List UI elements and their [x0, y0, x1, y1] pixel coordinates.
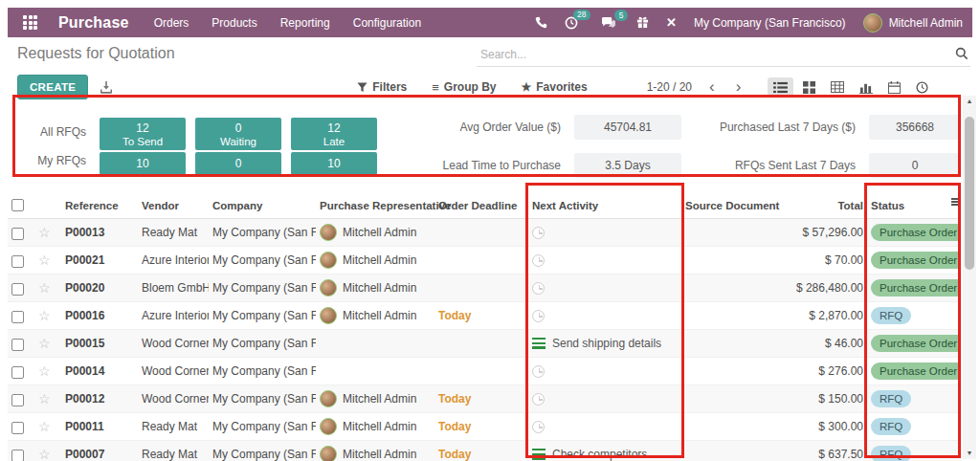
header-representative[interactable]: Purchase Representative — [316, 192, 434, 219]
row-checkbox[interactable] — [11, 366, 24, 379]
list-view-icon[interactable] — [768, 77, 793, 98]
scrollbar-thumb[interactable] — [965, 117, 974, 270]
optional-columns-icon[interactable] — [951, 198, 959, 206]
header-company[interactable]: Company — [209, 192, 316, 219]
search-input[interactable] — [477, 45, 970, 67]
table-row[interactable]: ☆ P00021 Azure Interior My Company (San … — [8, 247, 961, 274]
pager-next-icon[interactable]: › — [732, 81, 746, 93]
favorite-star-icon[interactable]: ☆ — [38, 280, 51, 296]
table-row[interactable]: ☆ P00015 Wood Corner My Company (San Fra… — [8, 330, 961, 358]
row-checkbox[interactable] — [11, 422, 24, 434]
favorite-star-icon[interactable]: ☆ — [38, 336, 51, 351]
kanban-view-icon[interactable] — [797, 77, 821, 98]
vendor-cell: Ready Mat — [138, 219, 209, 247]
row-checkbox[interactable] — [11, 283, 24, 296]
pager-previous-icon[interactable]: ‹ — [705, 81, 719, 93]
table-row[interactable]: ☆ P00007 Ready Mat My Company (San Franc… — [8, 441, 961, 461]
activity-icon[interactable] — [532, 449, 546, 460]
activity-view-icon[interactable] — [910, 77, 934, 98]
row-checkbox[interactable] — [11, 255, 24, 268]
next-activity-cell — [528, 413, 681, 441]
calendar-view-icon[interactable] — [882, 77, 906, 98]
menu-reporting[interactable]: Reporting — [280, 16, 330, 30]
menu-configuration[interactable]: Configuration — [353, 16, 421, 30]
favorite-star-icon[interactable]: ☆ — [38, 391, 51, 406]
app-title[interactable]: Purchase — [58, 14, 129, 32]
metric-late-all[interactable]: 12 Late — [291, 118, 377, 150]
messages-icon[interactable]: 5 — [601, 16, 615, 29]
row-checkbox[interactable] — [11, 339, 24, 351]
activity-icon[interactable] — [532, 254, 545, 267]
row-checkbox[interactable] — [11, 450, 24, 461]
header-reference[interactable]: Reference — [61, 192, 138, 219]
favorites-button[interactable]: ★ Favorites — [522, 80, 588, 94]
representative-cell — [316, 358, 434, 385]
favorite-star-icon[interactable]: ☆ — [38, 252, 51, 268]
activities-clock-icon[interactable]: 28 — [565, 16, 578, 30]
activity-icon[interactable] — [532, 338, 546, 349]
pivot-view-icon[interactable] — [825, 77, 850, 97]
metric-to-send-my[interactable]: 10 — [100, 152, 186, 175]
total-cell: $ 300.00 — [789, 413, 867, 441]
favorite-star-icon[interactable]: ☆ — [38, 447, 51, 461]
representative-name: Mitchell Admin — [343, 281, 416, 295]
reference-cell: P00014 — [61, 358, 138, 385]
favorite-star-icon[interactable]: ☆ — [38, 363, 51, 379]
graph-view-icon[interactable] — [854, 77, 879, 98]
rfqs-sent-7days-label: RFQs Sent Last 7 Days — [695, 159, 856, 172]
row-checkbox[interactable] — [11, 228, 24, 240]
table-row[interactable]: ☆ P00020 Bloem GmbH My Company (San Fran… — [8, 274, 961, 302]
header-vendor[interactable]: Vendor — [138, 192, 209, 219]
table-row[interactable]: ☆ P00011 Ready Mat My Company (San Franc… — [8, 413, 961, 441]
activity-icon[interactable] — [532, 365, 545, 378]
activity-icon[interactable] — [532, 282, 545, 295]
company-switcher[interactable]: My Company (San Francisco) — [694, 16, 846, 30]
status-cell: RFQ — [867, 302, 961, 330]
favorite-star-icon[interactable]: ☆ — [38, 419, 51, 434]
all-rfqs-label: All RFQs — [40, 125, 86, 139]
activity-icon[interactable] — [532, 227, 545, 239]
create-button[interactable]: CREATE — [17, 75, 88, 99]
metric-waiting-all[interactable]: 0 Waiting — [195, 118, 281, 150]
table-row[interactable]: ☆ P00012 Wood Corner My Company (San Fra… — [8, 385, 961, 413]
header-deadline[interactable]: Order Deadline — [434, 192, 528, 219]
vendor-cell: Ready Mat — [138, 413, 209, 441]
activity-icon[interactable] — [532, 310, 545, 322]
table-row[interactable]: ☆ P00014 Wood Corner My Company (San Fra… — [8, 358, 961, 385]
menu-orders[interactable]: Orders — [154, 16, 189, 30]
favorite-star-icon[interactable]: ☆ — [38, 308, 51, 323]
phone-icon[interactable] — [535, 16, 547, 29]
filters-button[interactable]: Filters — [357, 80, 407, 94]
representative-cell: Mitchell Admin — [316, 274, 434, 302]
export-icon[interactable] — [100, 80, 113, 94]
table-row[interactable]: ☆ P00013 Ready Mat My Company (San Franc… — [8, 219, 961, 247]
table-row[interactable]: ☆ P00016 Azure Interior My Company (San … — [8, 302, 961, 330]
group-by-button[interactable]: ≡ Group By — [432, 80, 496, 95]
gift-icon[interactable] — [636, 16, 649, 29]
vendor-cell: Wood Corner — [138, 330, 209, 358]
scroll-up-icon[interactable]: ▲ — [963, 96, 976, 107]
apps-menu-icon[interactable] — [23, 15, 37, 30]
header-source-document[interactable]: Source Document — [681, 192, 789, 219]
header-total[interactable]: Total — [789, 192, 867, 219]
row-checkbox[interactable] — [11, 394, 24, 406]
representative-name: Mitchell Admin — [343, 392, 416, 406]
activity-icon[interactable] — [532, 421, 545, 433]
metric-late-my[interactable]: 10 — [291, 152, 377, 175]
select-all-checkbox[interactable] — [11, 199, 24, 211]
header-next-activity[interactable]: Next Activity — [528, 192, 681, 219]
status-badge: Purchase Order — [871, 224, 961, 241]
scroll-down-icon[interactable]: ▼ — [963, 448, 976, 459]
menu-products[interactable]: Products — [212, 16, 256, 30]
user-menu[interactable]: Mitchell Admin — [863, 13, 963, 33]
metric-to-send-all[interactable]: 12 To Send — [100, 118, 186, 150]
activity-icon[interactable] — [532, 393, 545, 406]
close-x-icon[interactable]: ✕ — [666, 15, 677, 30]
vendor-cell: Wood Corner — [138, 358, 209, 385]
vertical-scrollbar[interactable]: ▲ ▼ — [963, 96, 976, 459]
metric-waiting-my[interactable]: 0 — [195, 152, 281, 175]
header-status[interactable]: Status — [867, 192, 961, 219]
row-checkbox[interactable] — [11, 311, 24, 323]
favorite-star-icon[interactable]: ☆ — [38, 225, 51, 240]
search-icon[interactable] — [955, 47, 969, 60]
